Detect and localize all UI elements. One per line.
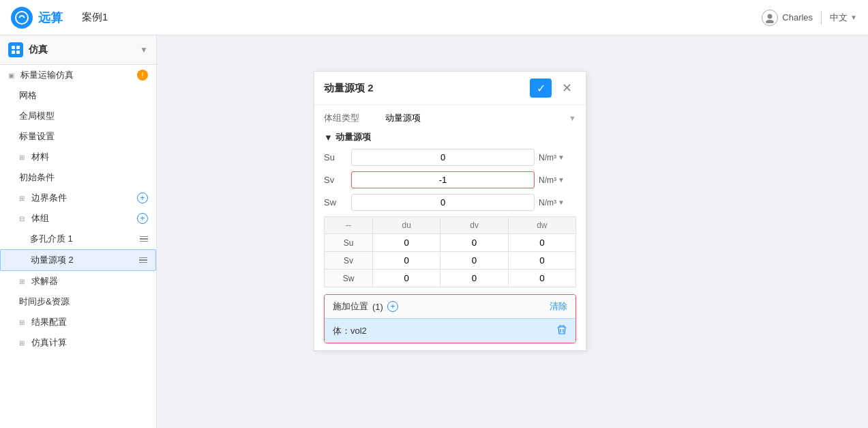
sidebar-item-materials[interactable]: ⊞ 材料 (0, 147, 156, 167)
expand-icon: ⊞ (19, 339, 27, 347)
location-item-label: 体：vol2 (333, 325, 367, 337)
expand-icon: ⊟ (19, 215, 27, 223)
sidebar-item-porous-medium-1[interactable]: 多孔介质 1 (0, 229, 156, 249)
chevron-down-icon: ▼ (850, 14, 857, 21)
sidebar: 仿真 ▼ ▣ 标量运输仿真 ! 网格 全局模型 标量设置 ⊞ 材料 (0, 35, 157, 428)
cell-su-du[interactable] (373, 234, 440, 252)
cell-sv-dv[interactable] (440, 252, 508, 270)
sv-unit-dropdown[interactable]: ▼ (558, 176, 565, 184)
user-name: Charles (782, 12, 813, 23)
sidebar-item-scalar-settings[interactable]: 标量设置 (0, 126, 156, 147)
table-row: Sw (325, 270, 576, 287)
input-su-dw[interactable] (532, 238, 552, 248)
delete-location-icon[interactable] (556, 324, 567, 337)
sw-field-row: Sw N/m³ ▼ (324, 194, 576, 211)
sidebar-item-initial-conditions[interactable]: 初始条件 (0, 167, 156, 188)
row-label-su: Su (325, 234, 373, 252)
panel-title: 动量源项 2 (324, 82, 374, 95)
sidebar-item-label: 全局模型 (19, 110, 55, 122)
input-su-dv[interactable] (464, 238, 485, 248)
menu-icon[interactable] (139, 257, 147, 263)
chevron-down-icon: ▼ (569, 114, 576, 122)
location-section: 施加位置 (1) + 清除 体：vol2 (324, 294, 576, 343)
section-label: 动量源项 (335, 131, 371, 143)
body-type-value[interactable]: 动量源项 ▼ (385, 112, 576, 124)
sw-label: Sw (324, 197, 351, 208)
divider (821, 11, 822, 25)
input-su-du[interactable] (396, 238, 417, 248)
add-boundary-condition-icon[interactable]: + (137, 192, 148, 203)
cell-sw-dv[interactable] (440, 270, 508, 287)
sw-unit-text: N/m³ (539, 198, 556, 208)
cell-su-dv[interactable] (440, 234, 508, 252)
input-sv-dv[interactable] (464, 255, 485, 266)
section-momentum-source[interactable]: ▼ 动量源项 (324, 131, 576, 143)
sidebar-header: 仿真 ▼ (0, 35, 156, 65)
input-sw-du[interactable] (396, 273, 417, 283)
sidebar-item-sim-compute[interactable]: ⊞ 仿真计算 (0, 332, 156, 353)
sidebar-item-label: 标量运输仿真 (20, 69, 74, 81)
su-unit-dropdown[interactable]: ▼ (558, 154, 565, 161)
sv-unit: N/m³ ▼ (539, 175, 576, 185)
input-sv-du[interactable] (396, 255, 417, 266)
input-sw-dv[interactable] (464, 273, 485, 283)
project-name: 案例1 (82, 11, 108, 24)
sidebar-item-scalar-transport[interactable]: ▣ 标量运输仿真 ! (0, 65, 156, 85)
sidebar-item-time-resources[interactable]: 时间步&资源 (0, 291, 156, 312)
body-type-row: 体组类型 动量源项 ▼ (324, 112, 576, 124)
body-type-text: 动量源项 (385, 112, 421, 124)
user-avatar-icon (762, 10, 778, 26)
logo-icon (11, 7, 33, 29)
sidebar-item-label: 标量设置 (19, 130, 55, 143)
sidebar-item-boundary-conditions[interactable]: ⊞ 边界条件 + (0, 188, 156, 208)
sidebar-item-label: 结果配置 (31, 316, 67, 328)
sv-input[interactable] (351, 171, 535, 188)
sidebar-collapse-icon[interactable]: ▼ (140, 45, 148, 55)
add-location-icon[interactable]: + (387, 301, 398, 312)
col-header-dw: dw (508, 217, 575, 234)
close-button[interactable]: ✕ (557, 79, 576, 98)
cell-sw-dw[interactable] (508, 270, 575, 287)
sidebar-item-label: 动量源项 2 (31, 254, 74, 266)
location-item: 体：vol2 (325, 318, 575, 343)
location-header: 施加位置 (1) + 清除 (325, 295, 575, 318)
svg-rect-6 (16, 51, 20, 54)
sidebar-item-label: 边界条件 (31, 192, 67, 204)
sw-unit-dropdown[interactable]: ▼ (558, 199, 565, 206)
menu-icon[interactable] (140, 236, 148, 242)
location-title: 施加位置 (1) + (333, 300, 398, 313)
confirm-button[interactable]: ✓ (530, 79, 552, 98)
sidebar-item-label: 体组 (31, 212, 49, 225)
cell-sv-du[interactable] (373, 252, 440, 270)
brand-name: 远算 (38, 10, 63, 26)
cell-sw-du[interactable] (373, 270, 440, 287)
sidebar-item-solver[interactable]: ⊞ 求解器 (0, 271, 156, 291)
sidebar-item-body-group[interactable]: ⊟ 体组 + (0, 208, 156, 229)
user-area[interactable]: Charles (762, 10, 813, 26)
sidebar-item-result-config[interactable]: ⊞ 结果配置 (0, 312, 156, 332)
cell-sv-dw[interactable] (508, 252, 575, 270)
panel-actions: ✓ ✕ (530, 79, 576, 98)
language-selector[interactable]: 中文 ▼ (830, 12, 857, 24)
cell-su-dw[interactable] (508, 234, 575, 252)
input-sw-dw[interactable] (532, 273, 552, 283)
sidebar-item-label: 材料 (31, 151, 49, 163)
expand-icon: ⊞ (19, 278, 27, 285)
location-count: (1) (372, 302, 383, 312)
location-clear-button[interactable]: 清除 (550, 300, 567, 313)
svg-rect-3 (12, 46, 15, 49)
sidebar-title: 仿真 (29, 44, 48, 56)
sidebar-item-global-model[interactable]: 全局模型 (0, 106, 156, 126)
add-body-group-icon[interactable]: + (137, 213, 148, 224)
su-input[interactable] (351, 149, 535, 166)
sim-icon (8, 42, 23, 57)
input-sv-dw[interactable] (532, 255, 552, 266)
sidebar-item-label: 初始条件 (19, 171, 55, 184)
topbar-right: Charles 中文 ▼ (762, 10, 857, 26)
svg-point-2 (766, 20, 774, 23)
sidebar-item-momentum-source-2[interactable]: 动量源项 2 (0, 249, 156, 271)
main-layout: 仿真 ▼ ▣ 标量运输仿真 ! 网格 全局模型 标量设置 ⊞ 材料 (0, 35, 868, 428)
sidebar-item-mesh[interactable]: 网格 (0, 85, 156, 106)
row-label-sw: Sw (325, 270, 373, 287)
sw-input[interactable] (351, 194, 535, 211)
